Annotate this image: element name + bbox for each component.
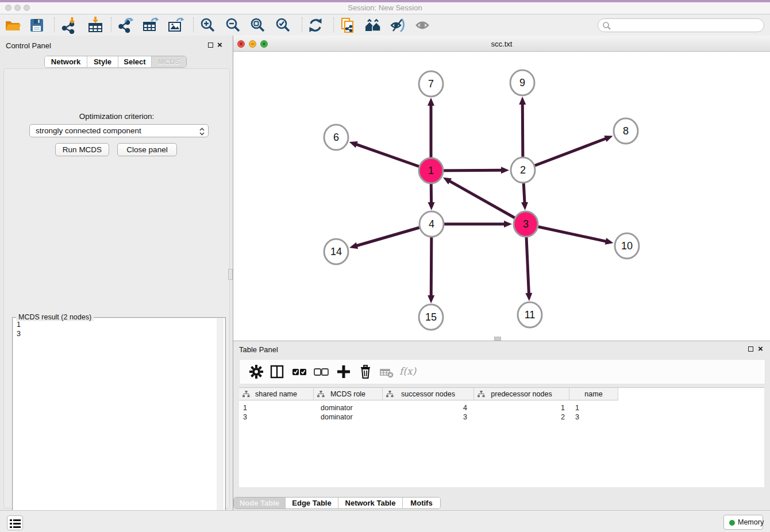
- network-window-titlebar[interactable]: × – + scc.txt: [233, 36, 770, 52]
- mcds-result-title: MCDS result (2 nodes): [16, 313, 94, 321]
- zoom-fit-icon[interactable]: [249, 17, 267, 34]
- toolbar-separator: [54, 17, 55, 32]
- graph-node-label: 4: [429, 218, 434, 230]
- search-icon: [602, 21, 611, 30]
- table-row[interactable]: 1dominator411: [239, 404, 618, 413]
- delete-column-icon[interactable]: [357, 363, 374, 380]
- edge-3-1[interactable]: [449, 181, 526, 224]
- column-header-predecessor-nodes[interactable]: predecessor nodes: [474, 388, 569, 400]
- cell-shared-name: 1: [239, 404, 314, 413]
- table-panel-title: Table Panel: [239, 345, 278, 354]
- show-all-icon[interactable]: [414, 17, 432, 34]
- import-network-icon[interactable]: [60, 17, 78, 34]
- graph-node-label: 2: [520, 164, 526, 176]
- horizontal-splitter-handle[interactable]: [494, 337, 501, 341]
- edge-arrowhead: [428, 98, 434, 106]
- zoom-out-icon[interactable]: [225, 17, 242, 34]
- edge-arrowhead: [521, 202, 528, 210]
- mcds-result-textarea[interactable]: 1 3: [13, 318, 225, 532]
- cell-name: 1: [569, 404, 618, 413]
- mcds-result-text: 1 3: [17, 320, 21, 338]
- application-window: Session: New Session: [0, 0, 770, 532]
- run-mcds-button[interactable]: Run MCDS: [55, 143, 109, 156]
- control-panel-close-icon[interactable]: ×: [217, 41, 222, 48]
- tab-network[interactable]: Network: [45, 56, 87, 67]
- graph-node-label: 7: [428, 78, 434, 90]
- vertical-splitter-handle[interactable]: [228, 269, 233, 280]
- graph-node-label: 3: [523, 218, 529, 230]
- main-toolbar: [0, 14, 770, 36]
- tab-style[interactable]: Style: [87, 56, 118, 67]
- task-history-button[interactable]: [7, 515, 23, 530]
- titlebar-accent: [0, 0, 770, 2]
- cell-shared-name: 3: [239, 413, 314, 422]
- function-builder-icon[interactable]: f(x): [399, 365, 417, 383]
- table-panel-float-icon[interactable]: [748, 346, 753, 352]
- edge-arrowhead: [501, 167, 509, 174]
- graph-node-label: 15: [425, 311, 437, 323]
- hide-selected-icon[interactable]: [389, 17, 406, 34]
- first-neighbors-icon[interactable]: [364, 17, 382, 34]
- select-all-columns-icon[interactable]: [291, 363, 308, 380]
- edge-arrowhead: [604, 136, 613, 142]
- import-table-icon[interactable]: [87, 17, 104, 34]
- memory-status-icon: [729, 520, 735, 526]
- export-image-icon[interactable]: [167, 17, 184, 34]
- toolbar-separator: [302, 17, 302, 32]
- memory-button[interactable]: Memory: [723, 515, 763, 530]
- table-row[interactable]: 3dominator323: [239, 413, 618, 422]
- graph-node-label: 10: [621, 240, 633, 252]
- tab-mcds[interactable]: MCDS: [152, 56, 186, 67]
- network-window-title: scc.txt: [233, 40, 770, 48]
- graph-node-label: 14: [330, 246, 342, 257]
- edge-arrowhead: [525, 293, 532, 301]
- add-column-icon[interactable]: [335, 363, 352, 380]
- export-table-icon[interactable]: [142, 17, 159, 34]
- tab-node-table[interactable]: Node Table: [234, 498, 286, 508]
- cell-predecessor-nodes: 2: [474, 413, 569, 422]
- column-header-shared-name[interactable]: shared name: [239, 388, 314, 400]
- tab-motifs[interactable]: Motifs: [403, 498, 440, 508]
- zoom-in-icon[interactable]: [199, 17, 217, 34]
- search-input[interactable]: [598, 18, 764, 32]
- graph-node-label: 11: [525, 309, 536, 321]
- tab-network-table[interactable]: Network Table: [338, 498, 403, 508]
- tab-select[interactable]: Select: [118, 56, 152, 67]
- control-panel-float-icon[interactable]: [208, 43, 213, 48]
- tab-edge-table[interactable]: Edge Table: [286, 498, 338, 508]
- network-canvas[interactable]: 7968124314101511: [233, 52, 770, 340]
- edge-2-8[interactable]: [523, 138, 606, 170]
- edge-arrowhead: [428, 202, 435, 210]
- export-network-icon[interactable]: [117, 17, 134, 34]
- node-table: shared nameMCDS rolesuccessor nodesprede…: [239, 387, 764, 487]
- table-tabs: Node TableEdge TableNetwork TableMotifs: [233, 497, 441, 509]
- save-session-icon[interactable]: [28, 17, 45, 34]
- network-graph: 7968124314101511: [233, 52, 770, 340]
- edge-arrowhead: [504, 221, 512, 228]
- table-panel-close-icon[interactable]: ×: [758, 345, 763, 352]
- refresh-view-icon[interactable]: [307, 17, 324, 34]
- unselect-all-columns-icon[interactable]: [313, 363, 330, 380]
- close-panel-button[interactable]: Close panel: [117, 143, 177, 156]
- column-header-name[interactable]: name: [569, 388, 618, 400]
- edge-arrowhead: [519, 97, 526, 105]
- delete-table-icon[interactable]: [378, 363, 395, 380]
- column-header-successor-nodes[interactable]: successor nodes: [383, 388, 474, 400]
- export-network-to-web-icon[interactable]: [339, 17, 356, 34]
- column-type-icon: [478, 391, 485, 398]
- criterion-select[interactable]: strongly connected component: [29, 124, 209, 137]
- edge-arrowhead: [349, 141, 358, 148]
- graph-node-label: 1: [428, 165, 434, 176]
- zoom-selected-icon[interactable]: [275, 17, 292, 34]
- control-panel-tabs: NetworkStyleSelectMCDS: [44, 56, 187, 68]
- toolbar-separator: [111, 17, 111, 32]
- column-browser-icon[interactable]: [268, 363, 286, 380]
- task-list-icon: [10, 518, 21, 529]
- toolbar-separator: [333, 17, 334, 32]
- open-session-icon[interactable]: [4, 17, 21, 34]
- status-bar: Memory: [0, 510, 770, 532]
- mcds-result-scrollbar[interactable]: [217, 318, 224, 532]
- cell-predecessor-nodes: 1: [474, 404, 569, 413]
- column-header-MCDS-role[interactable]: MCDS role: [314, 388, 383, 400]
- table-options-icon[interactable]: [248, 363, 265, 380]
